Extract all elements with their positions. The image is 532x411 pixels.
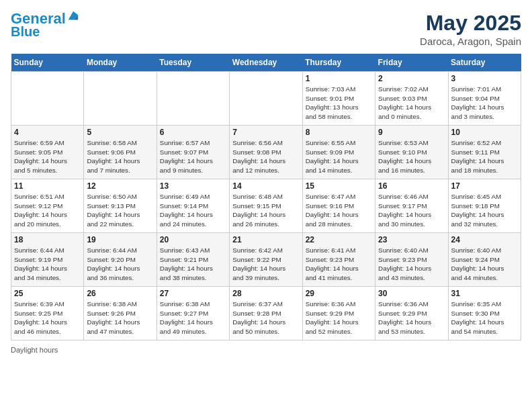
calendar-cell: 9Sunrise: 6:53 AM Sunset: 9:10 PM Daylig… [375, 126, 448, 179]
day-number: 24 [451, 235, 518, 244]
calendar-cell [11, 72, 84, 126]
calendar-cell: 12Sunrise: 6:50 AM Sunset: 9:13 PM Dayli… [84, 179, 157, 233]
weekday-header-friday: Friday [375, 54, 448, 72]
day-info: Sunrise: 6:36 AM Sunset: 9:29 PM Dayligh… [378, 300, 445, 336]
day-number: 27 [160, 289, 226, 298]
day-number: 8 [306, 128, 372, 137]
day-info: Sunrise: 7:01 AM Sunset: 9:04 PM Dayligh… [451, 85, 518, 122]
day-number: 22 [306, 235, 372, 244]
day-number: 17 [451, 181, 518, 191]
day-info: Sunrise: 6:58 AM Sunset: 9:06 PM Dayligh… [87, 138, 153, 175]
day-number: 9 [378, 128, 445, 137]
calendar-cell: 14Sunrise: 6:48 AM Sunset: 9:15 PM Dayli… [230, 179, 302, 233]
calendar-cell: 4Sunrise: 6:59 AM Sunset: 9:05 PM Daylig… [11, 126, 84, 179]
calendar-cell: 27Sunrise: 6:38 AM Sunset: 9:27 PM Dayli… [157, 287, 229, 340]
day-info: Sunrise: 6:35 AM Sunset: 9:30 PM Dayligh… [451, 300, 518, 336]
day-number: 18 [14, 235, 81, 244]
weekday-header-monday: Monday [84, 54, 157, 72]
day-info: Sunrise: 7:03 AM Sunset: 9:01 PM Dayligh… [306, 85, 372, 122]
day-info: Sunrise: 6:39 AM Sunset: 9:25 PM Dayligh… [14, 300, 81, 336]
calendar-cell [230, 72, 302, 126]
calendar-cell: 13Sunrise: 6:49 AM Sunset: 9:14 PM Dayli… [157, 179, 229, 233]
calendar-cell: 8Sunrise: 6:55 AM Sunset: 9:09 PM Daylig… [302, 126, 375, 179]
day-info: Sunrise: 7:02 AM Sunset: 9:03 PM Dayligh… [378, 85, 445, 122]
day-info: Sunrise: 6:52 AM Sunset: 9:11 PM Dayligh… [451, 138, 518, 175]
calendar-cell: 31Sunrise: 6:35 AM Sunset: 9:30 PM Dayli… [448, 287, 521, 340]
day-info: Sunrise: 6:49 AM Sunset: 9:14 PM Dayligh… [160, 192, 226, 229]
day-info: Sunrise: 6:59 AM Sunset: 9:05 PM Dayligh… [14, 138, 81, 175]
day-info: Sunrise: 6:42 AM Sunset: 9:22 PM Dayligh… [232, 246, 299, 283]
calendar-cell: 10Sunrise: 6:52 AM Sunset: 9:11 PM Dayli… [448, 126, 521, 179]
calendar-cell: 1Sunrise: 7:03 AM Sunset: 9:01 PM Daylig… [302, 72, 375, 126]
calendar-cell: 17Sunrise: 6:45 AM Sunset: 9:18 PM Dayli… [448, 179, 521, 233]
day-info: Sunrise: 6:50 AM Sunset: 9:13 PM Dayligh… [87, 192, 153, 229]
calendar-cell: 18Sunrise: 6:44 AM Sunset: 9:19 PM Dayli… [11, 233, 84, 287]
calendar-cell: 22Sunrise: 6:41 AM Sunset: 9:23 PM Dayli… [302, 233, 375, 287]
day-number: 10 [451, 128, 518, 137]
day-number: 25 [14, 289, 81, 298]
day-info: Sunrise: 6:43 AM Sunset: 9:21 PM Dayligh… [160, 246, 226, 283]
day-info: Sunrise: 6:37 AM Sunset: 9:28 PM Dayligh… [232, 300, 299, 336]
calendar-cell: 3Sunrise: 7:01 AM Sunset: 9:04 PM Daylig… [448, 72, 521, 126]
calendar-table: SundayMondayTuesdayWednesdayThursdayFrid… [11, 54, 521, 340]
day-info: Sunrise: 6:48 AM Sunset: 9:15 PM Dayligh… [232, 192, 299, 229]
day-info: Sunrise: 6:45 AM Sunset: 9:18 PM Dayligh… [451, 192, 518, 229]
week-row-2: 4Sunrise: 6:59 AM Sunset: 9:05 PM Daylig… [11, 126, 521, 179]
week-row-3: 11Sunrise: 6:51 AM Sunset: 9:12 PM Dayli… [11, 179, 521, 233]
calendar-cell [157, 72, 229, 126]
day-number: 6 [160, 128, 226, 137]
day-number: 15 [306, 181, 372, 191]
day-number: 31 [451, 289, 518, 298]
calendar-cell: 16Sunrise: 6:46 AM Sunset: 9:17 PM Dayli… [375, 179, 448, 233]
calendar-cell: 29Sunrise: 6:36 AM Sunset: 9:29 PM Dayli… [302, 287, 375, 340]
weekday-header-tuesday: Tuesday [157, 54, 229, 72]
day-number: 11 [14, 181, 81, 191]
weekday-header-thursday: Thursday [302, 54, 375, 72]
day-number: 2 [378, 74, 445, 83]
week-row-5: 25Sunrise: 6:39 AM Sunset: 9:25 PM Dayli… [11, 287, 521, 340]
week-row-4: 18Sunrise: 6:44 AM Sunset: 9:19 PM Dayli… [11, 233, 521, 287]
calendar-cell: 2Sunrise: 7:02 AM Sunset: 9:03 PM Daylig… [375, 72, 448, 126]
day-number: 20 [160, 235, 226, 244]
day-info: Sunrise: 6:56 AM Sunset: 9:08 PM Dayligh… [232, 138, 299, 175]
day-number: 23 [378, 235, 445, 244]
day-number: 19 [87, 235, 153, 244]
calendar-cell: 25Sunrise: 6:39 AM Sunset: 9:25 PM Dayli… [11, 287, 84, 340]
calendar-cell: 15Sunrise: 6:47 AM Sunset: 9:16 PM Dayli… [302, 179, 375, 233]
day-number: 14 [232, 181, 299, 191]
calendar-cell: 23Sunrise: 6:40 AM Sunset: 9:23 PM Dayli… [375, 233, 448, 287]
calendar-cell: 19Sunrise: 6:44 AM Sunset: 9:20 PM Dayli… [84, 233, 157, 287]
logo-icon [67, 10, 79, 22]
day-number: 29 [306, 289, 372, 298]
day-info: Sunrise: 6:46 AM Sunset: 9:17 PM Dayligh… [378, 192, 445, 229]
weekday-header-saturday: Saturday [448, 54, 521, 72]
calendar-cell: 26Sunrise: 6:38 AM Sunset: 9:26 PM Dayli… [84, 287, 157, 340]
calendar-cell: 21Sunrise: 6:42 AM Sunset: 9:22 PM Dayli… [230, 233, 302, 287]
calendar-cell [84, 72, 157, 126]
title-area: May 2025 Daroca, Aragon, Spain [420, 11, 521, 47]
day-info: Sunrise: 6:57 AM Sunset: 9:07 PM Dayligh… [160, 138, 226, 175]
day-info: Sunrise: 6:40 AM Sunset: 9:24 PM Dayligh… [451, 246, 518, 283]
day-number: 16 [378, 181, 445, 191]
day-number: 7 [232, 128, 299, 137]
day-number: 26 [87, 289, 153, 298]
day-info: Sunrise: 6:38 AM Sunset: 9:26 PM Dayligh… [87, 300, 153, 336]
location: Daroca, Aragon, Spain [420, 36, 521, 47]
footer-text: Daylight hours [11, 346, 58, 354]
day-number: 12 [87, 181, 153, 191]
day-number: 5 [87, 128, 153, 137]
day-info: Sunrise: 6:38 AM Sunset: 9:27 PM Dayligh… [160, 300, 226, 336]
day-number: 30 [378, 289, 445, 298]
day-info: Sunrise: 6:44 AM Sunset: 9:20 PM Dayligh… [87, 246, 153, 283]
day-info: Sunrise: 6:36 AM Sunset: 9:29 PM Dayligh… [306, 300, 372, 336]
day-info: Sunrise: 6:44 AM Sunset: 9:19 PM Dayligh… [14, 246, 81, 283]
day-number: 13 [160, 181, 226, 191]
week-row-1: 1Sunrise: 7:03 AM Sunset: 9:01 PM Daylig… [11, 72, 521, 126]
day-info: Sunrise: 6:53 AM Sunset: 9:10 PM Dayligh… [378, 138, 445, 175]
day-info: Sunrise: 6:51 AM Sunset: 9:12 PM Dayligh… [14, 192, 81, 229]
logo: General Blue [11, 11, 79, 39]
calendar-cell: 30Sunrise: 6:36 AM Sunset: 9:29 PM Dayli… [375, 287, 448, 340]
calendar-cell: 7Sunrise: 6:56 AM Sunset: 9:08 PM Daylig… [230, 126, 302, 179]
calendar-cell: 6Sunrise: 6:57 AM Sunset: 9:07 PM Daylig… [157, 126, 229, 179]
weekday-header-sunday: Sunday [11, 54, 84, 72]
